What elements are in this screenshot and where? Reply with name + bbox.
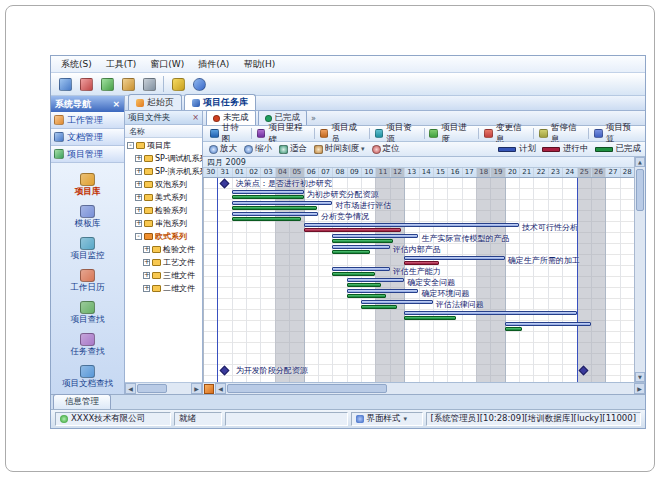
tree-node[interactable]: +美式系列 xyxy=(125,191,202,204)
menu-item[interactable]: 插件(A) xyxy=(191,57,236,72)
menu-item[interactable]: 窗口(W) xyxy=(143,57,191,72)
tree-node[interactable]: -项目库 xyxy=(125,139,202,152)
task-bar-progress[interactable] xyxy=(404,261,439,265)
vertical-scrollbar[interactable]: ▲ ▼ xyxy=(634,157,645,382)
document-tab[interactable]: 项目任务库 xyxy=(184,94,256,110)
toolbar-button[interactable] xyxy=(119,75,137,93)
task-bar-progress[interactable] xyxy=(361,305,397,309)
zoom-tool-button[interactable]: 缩小 xyxy=(242,143,274,155)
milestone-diamond[interactable] xyxy=(219,366,229,376)
scrollbar-thumb[interactable] xyxy=(227,384,387,393)
task-bar-plan[interactable] xyxy=(347,289,419,293)
sidebar-item[interactable]: 任务查找 xyxy=(51,328,124,360)
document-tab[interactable]: 起始页 xyxy=(128,94,182,110)
task-bar-plan[interactable] xyxy=(332,267,389,271)
scrollbar-thumb[interactable] xyxy=(636,169,644,211)
close-icon[interactable]: × xyxy=(112,100,120,109)
tree-node[interactable]: +SP-演示机系列 xyxy=(125,165,202,178)
zoom-tool-button[interactable]: 放大 xyxy=(207,143,239,155)
task-bar-plan[interactable] xyxy=(232,201,333,205)
task-bar-progress[interactable] xyxy=(404,316,456,320)
tree-expander-icon[interactable]: + xyxy=(143,272,150,279)
scroll-right-icon[interactable]: ▶ xyxy=(634,383,645,394)
task-bar-plan[interactable] xyxy=(404,256,505,260)
task-bar-progress[interactable] xyxy=(347,294,387,298)
task-bar-progress[interactable] xyxy=(332,272,375,276)
tree-expander-icon[interactable]: + xyxy=(143,246,150,253)
task-bar-plan[interactable] xyxy=(505,322,591,326)
zoom-tool-button[interactable]: 时间刻度▾ xyxy=(312,143,367,155)
tree-expander-icon[interactable]: + xyxy=(143,285,150,292)
tree-node[interactable]: +串泡系列 xyxy=(125,217,202,230)
tree-horizontal-scrollbar[interactable]: ◀ ▶ xyxy=(125,382,202,394)
sidebar-item[interactable]: 项目查找 xyxy=(51,296,124,328)
task-bar-plan[interactable] xyxy=(361,300,433,304)
sidebar-item[interactable]: 项目文档查找 xyxy=(51,360,124,392)
task-bar-progress[interactable] xyxy=(347,283,381,287)
tree-node[interactable]: +检验系列 xyxy=(125,204,202,217)
task-bar-plan[interactable] xyxy=(232,190,304,194)
menu-item[interactable]: 系统(S) xyxy=(54,57,99,72)
scroll-down-icon[interactable]: ▼ xyxy=(635,372,645,382)
tree-expander-icon[interactable]: + xyxy=(135,168,142,175)
task-bar-progress[interactable] xyxy=(232,195,304,199)
tree-node[interactable]: +双泡系列 xyxy=(125,178,202,191)
tree-expander-icon[interactable]: + xyxy=(135,220,142,227)
tree-node[interactable]: +工艺文件 xyxy=(125,256,202,269)
tree-expander-icon[interactable]: - xyxy=(135,233,142,240)
tree-expander-icon[interactable]: + xyxy=(135,194,142,201)
sidebar-item[interactable]: 模板库 xyxy=(51,200,124,232)
tab-information-management[interactable]: 信息管理 xyxy=(53,394,111,409)
tree-node[interactable]: +检验文件 xyxy=(125,243,202,256)
task-bar-plan[interactable] xyxy=(332,234,418,238)
tree-expander-icon[interactable]: + xyxy=(135,181,142,188)
task-bar-plan[interactable] xyxy=(347,278,404,282)
day-header-cell: 26 xyxy=(591,168,605,177)
menu-item[interactable]: 帮助(H) xyxy=(236,57,282,72)
tree-node[interactable]: +SP-调试机系列 xyxy=(125,152,202,165)
tree-expander-icon[interactable]: - xyxy=(127,142,134,149)
scroll-left-icon[interactable]: ◀ xyxy=(125,383,136,394)
tree-node[interactable]: +二维文件 xyxy=(125,282,202,295)
toolbar-button[interactable] xyxy=(77,75,95,93)
task-bar-progress[interactable] xyxy=(332,250,369,254)
task-bar-plan[interactable] xyxy=(304,223,520,227)
sidebar-group[interactable]: 工作管理 xyxy=(51,112,124,129)
tree-node[interactable]: -欧式系列 xyxy=(125,230,202,243)
tree-expander-icon[interactable]: + xyxy=(135,155,142,162)
sidebar-group[interactable]: 文档管理 xyxy=(51,129,124,146)
task-bar-progress[interactable] xyxy=(505,327,522,331)
complete-icon xyxy=(265,115,272,122)
gantt-horizontal-scrollbar[interactable]: ◀ ▶ xyxy=(203,382,645,394)
zoom-tool-button[interactable]: 适合 xyxy=(277,143,309,155)
splitter-button[interactable] xyxy=(204,384,214,394)
task-bar-progress[interactable] xyxy=(232,217,301,221)
toolbar-button[interactable] xyxy=(190,75,208,93)
tree-expander-icon[interactable]: + xyxy=(135,207,142,214)
scrollbar-thumb[interactable] xyxy=(137,384,167,393)
menu-item[interactable]: 工具(T) xyxy=(99,57,144,72)
task-bar-plan[interactable] xyxy=(332,245,389,249)
milestone-diamond[interactable] xyxy=(219,179,229,189)
toolbar-button[interactable] xyxy=(140,75,158,93)
toolbar-button[interactable] xyxy=(169,75,187,93)
scroll-left-icon[interactable]: ◀ xyxy=(215,383,226,394)
task-bar-progress[interactable] xyxy=(232,206,317,210)
ui-style-selector[interactable]: 界面样式 ▾ xyxy=(351,412,423,426)
zoom-tool-button[interactable]: 定位 xyxy=(370,143,402,155)
tree-node[interactable]: +三维文件 xyxy=(125,269,202,282)
task-bar-plan[interactable] xyxy=(404,311,576,315)
toolbar-button[interactable] xyxy=(98,75,116,93)
close-icon[interactable]: × xyxy=(192,113,199,122)
sidebar-item[interactable]: 项目监控 xyxy=(51,232,124,264)
sidebar-group[interactable]: 项目管理 xyxy=(51,146,124,163)
scroll-right-icon[interactable]: ▶ xyxy=(191,383,202,394)
scroll-up-icon[interactable]: ▲ xyxy=(635,157,645,167)
toolbar-button[interactable] xyxy=(56,75,74,93)
tree-expander-icon[interactable]: + xyxy=(143,259,150,266)
sidebar-item[interactable]: 工作日历 xyxy=(51,264,124,296)
task-bar-plan[interactable] xyxy=(232,212,318,216)
task-bar-progress[interactable] xyxy=(304,228,401,232)
task-bar-progress[interactable] xyxy=(332,239,392,243)
sidebar-item[interactable]: 项目库 xyxy=(51,168,124,200)
